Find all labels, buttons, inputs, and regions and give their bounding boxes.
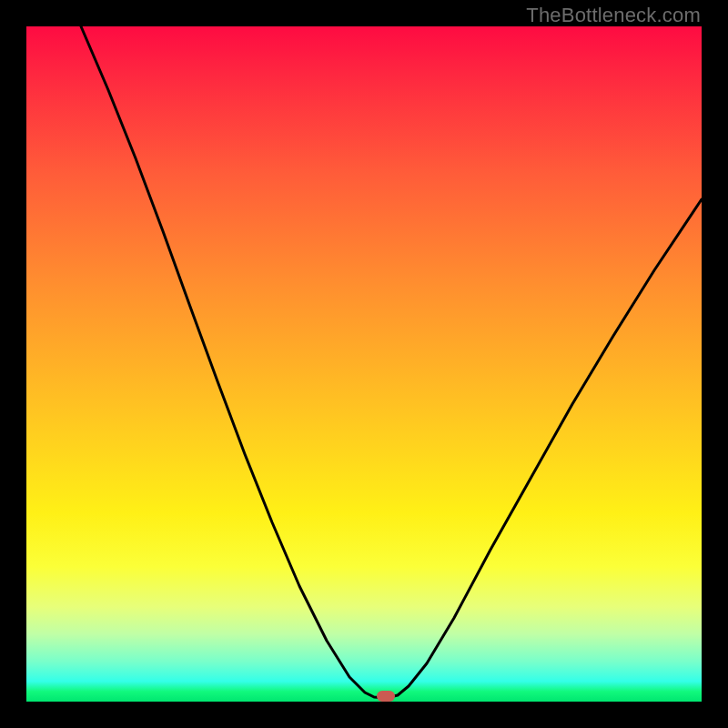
chart-frame: TheBottleneck.com xyxy=(0,0,728,728)
optimum-marker xyxy=(377,691,395,702)
watermark-text: TheBottleneck.com xyxy=(526,4,701,27)
bottleneck-curve xyxy=(26,26,702,702)
curve-path xyxy=(81,26,702,698)
